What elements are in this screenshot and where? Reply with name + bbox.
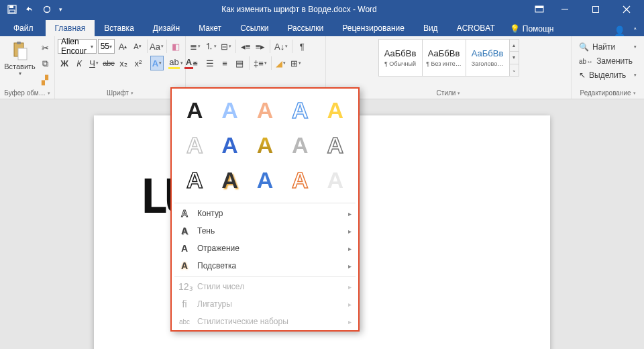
text-effect-preset-8[interactable]: A [249,129,281,161]
text-effect-preset-5[interactable]: A [319,94,352,126]
window-title: Как изменить шрифт в Ворде.docx - Word [68,5,530,14]
underline-button[interactable]: Ч [87,56,101,70]
tab-acrobat[interactable]: ACROBAT [447,20,504,36]
tab-home[interactable]: Главная [46,20,95,36]
multilevel-button[interactable]: ⊟ [219,39,233,54]
change-case-button[interactable]: Aa [150,39,164,54]
save-button[interactable] [4,1,20,17]
font-size-combo[interactable]: 55 [98,39,115,54]
justify-button[interactable]: ▤ [233,56,246,70]
subscript-button[interactable]: x₂ [117,56,130,70]
share-icon[interactable]: 👤 [614,26,625,36]
close-button[interactable] [612,0,641,19]
text-effect-preset-15[interactable]: A [319,164,352,196]
paste-button[interactable]: Вставить ▾ [3,39,37,78]
styles-up[interactable]: ▴ [510,40,519,51]
style-name: ¶ Без инте… [426,60,462,67]
tab-file[interactable]: Файл [4,20,46,36]
style-name: ¶ Обычный [384,60,416,67]
text-effect-preset-6[interactable]: A [178,129,211,161]
style-normal[interactable]: АаБбВв ¶ Обычный [378,39,423,77]
replace-button[interactable]: ab↔Заменить [577,54,639,68]
decrease-indent-button[interactable]: ◂≡ [239,39,252,54]
styles-expand[interactable]: ⌄ [510,64,519,76]
menu-shadow[interactable]: AТень [172,222,358,240]
tab-layout[interactable]: Макет [189,20,231,36]
tab-mailings[interactable]: Рассылки [278,20,333,36]
group-editing: 🔍Найти ab↔Заменить ↖Выделить Редактирова… [572,36,644,99]
style-heading1[interactable]: АаБбВв Заголово… [466,39,510,77]
text-effect-preset-4[interactable]: A [284,94,316,126]
text-effect-preset-12[interactable]: A [213,164,246,196]
numbering-button[interactable]: ⒈ [203,39,218,54]
text-effect-preset-13[interactable]: A [249,164,281,196]
bullets-button[interactable]: ≣ [189,39,202,54]
styles-down[interactable]: ▾ [510,51,519,63]
style-nospacing[interactable]: АаБбВв ¶ Без инте… [422,39,466,77]
select-button[interactable]: ↖Выделить [577,68,639,82]
ribbon-display-options[interactable] [530,0,549,19]
minimize-button[interactable] [550,0,580,19]
shading-button[interactable]: ◢ [274,56,288,70]
text-effect-preset-1[interactable]: A [178,94,211,126]
svg-rect-11 [17,42,21,44]
menu-glow[interactable]: AПодсветка [172,257,358,275]
align-right-button[interactable]: ≡ [218,56,231,70]
align-left-button[interactable]: ≡ [189,56,202,70]
qat-customize[interactable]: ▾ [56,1,64,17]
text-effect-preset-11[interactable]: A [178,164,211,196]
brush-icon: ▞ [42,75,48,85]
tell-me[interactable]: 💡 Помощн [504,21,559,36]
borders-button[interactable]: ⊞ [289,56,303,70]
copy-button[interactable]: ⧉ [38,56,52,71]
group-clipboard-label[interactable]: Буфер обм… [3,88,52,99]
text-effect-preset-9[interactable]: A [284,129,316,161]
increase-indent-button[interactable]: ≡▸ [254,39,267,54]
menu-number-styles-label: Стили чисел [197,282,244,291]
bold-button[interactable]: Ж [58,56,71,70]
grow-font-button[interactable]: A▴ [116,39,129,54]
superscript-button[interactable]: x² [131,56,145,70]
tab-design[interactable]: Дизайн [144,20,189,36]
outdent-icon: ◂≡ [241,42,251,52]
collapse-ribbon-icon[interactable]: ˄ [633,27,637,36]
highlight-button[interactable]: ab [169,56,182,70]
italic-button[interactable]: К [72,56,86,70]
text-effect-preset-7[interactable]: A [213,129,246,161]
text-effect-preset-3[interactable]: A [249,94,281,126]
text-effect-preset-14[interactable]: A [284,164,316,196]
undo-button[interactable] [21,1,38,17]
shadow-a-icon: A [178,226,191,236]
maximize-button[interactable] [581,0,610,19]
font-name-combo[interactable]: Alien Encour [58,39,97,54]
tell-me-label: Помощн [523,24,554,34]
group-font-label[interactable]: Шрифт [58,88,182,99]
strikethrough-button[interactable]: abc [102,56,115,70]
format-painter-button[interactable]: ▞ [38,72,52,87]
text-effects-button[interactable]: A [150,56,164,70]
find-button[interactable]: 🔍Найти [577,40,639,54]
menu-reflection[interactable]: AОтражение [172,240,358,257]
text-effect-preset-10[interactable]: A [319,129,352,161]
tab-insert[interactable]: Вставка [95,20,144,36]
redo-button[interactable] [39,1,55,17]
tab-view[interactable]: Вид [414,20,447,36]
line-spacing-button[interactable]: ‡≡ [252,56,268,70]
align-left-icon: ≡ [193,58,198,68]
style-preview: АаБбВв [472,48,504,58]
text-effect-preset-2[interactable]: A [213,94,246,126]
cut-button[interactable]: ✂ [38,40,52,55]
tab-references[interactable]: Ссылки [231,20,278,36]
outline-a-icon: A [178,208,191,219]
shrink-font-button[interactable]: A▾ [131,39,144,54]
tab-review[interactable]: Рецензирование [333,20,414,36]
menu-stylistic-sets: abcСтилистические наборы [172,313,358,330]
ribbon-tabs: Файл Главная Вставка Дизайн Макет Ссылки… [0,19,644,36]
menu-outline[interactable]: AКонтур [172,205,358,222]
group-styles-label[interactable]: Стили [329,88,568,99]
align-center-button[interactable]: ☰ [203,56,217,70]
show-marks-button[interactable]: ¶ [295,39,309,54]
sort-button[interactable]: A↓ [273,39,289,54]
sort-icon: A↓ [274,42,284,52]
clear-formatting-button[interactable]: ◧ [169,39,182,54]
